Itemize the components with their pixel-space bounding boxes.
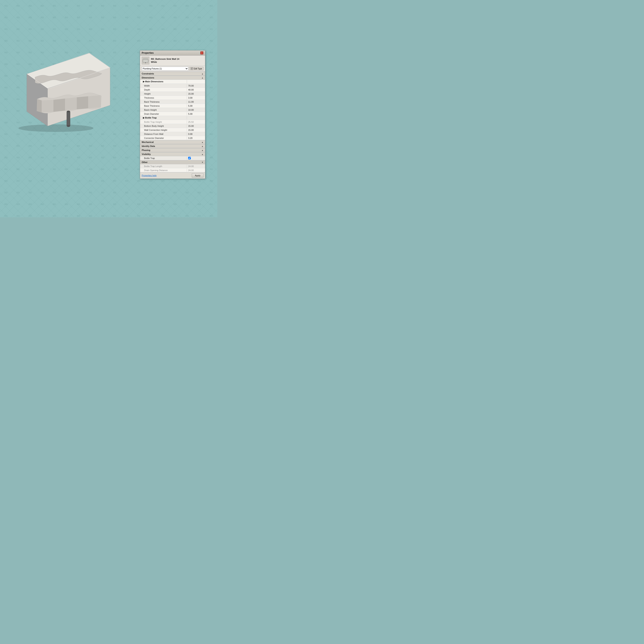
watermark-cell: RD bbox=[109, 152, 121, 163]
watermark-cell: RD bbox=[205, 140, 217, 152]
watermark-cell: RD bbox=[36, 0, 48, 12]
watermark-cell: RD bbox=[85, 175, 97, 187]
element-info: RD_Bathroom Sink Wall 14 White bbox=[151, 58, 179, 64]
svg-rect-5 bbox=[143, 60, 148, 62]
watermark-cell: RD bbox=[205, 12, 217, 23]
bottle-trap-subheader[interactable]: ▶ Bottle Trap bbox=[140, 116, 205, 120]
watermark-cell: RD bbox=[85, 0, 97, 12]
back-thickness-value[interactable]: 11.00 bbox=[187, 100, 205, 103]
bottle-trap-height-value[interactable]: 25.50 bbox=[187, 120, 205, 124]
watermark-cell: RD bbox=[157, 0, 169, 12]
watermark-cell: RD bbox=[97, 198, 109, 210]
width-label: Width bbox=[140, 84, 187, 87]
watermark-cell: RD bbox=[48, 140, 60, 152]
drain-opening-distance-value[interactable]: 24.00 bbox=[187, 169, 205, 172]
sink-svg bbox=[10, 40, 127, 137]
height-value[interactable]: 15.00 bbox=[187, 92, 205, 95]
section-other[interactable]: Other ▼ bbox=[140, 160, 205, 164]
watermark-cell: RD bbox=[121, 198, 133, 210]
section-dimensions[interactable]: Dimensions ▲ bbox=[140, 76, 205, 80]
basin-height-value[interactable]: 10.00 bbox=[187, 108, 205, 111]
watermark-cell: RD bbox=[205, 152, 217, 163]
watermark-cell: RD bbox=[48, 175, 60, 187]
edit-type-label: Edit Type bbox=[194, 68, 202, 70]
watermark-cell: RD bbox=[205, 128, 217, 140]
properties-help-link[interactable]: Properties help bbox=[142, 174, 157, 177]
prop-row-wall-connection-height: Wall Connection Height 15.00 bbox=[140, 128, 205, 132]
watermark-cell: RD bbox=[0, 187, 12, 198]
watermark-cell: RD bbox=[145, 187, 157, 198]
bottle-trap-length-value[interactable]: 24.00 bbox=[187, 165, 205, 168]
section-visibility[interactable]: Visibility ▲ bbox=[140, 152, 205, 156]
watermark-cell: RD bbox=[60, 210, 72, 217]
watermark-cell: RD bbox=[24, 163, 36, 175]
watermark-cell: RD bbox=[109, 198, 121, 210]
watermark-cell: RD bbox=[48, 198, 60, 210]
watermark-cell: RD bbox=[0, 12, 12, 23]
watermark-cell: RD bbox=[133, 198, 145, 210]
connector-diameter-value[interactable]: 3.20 bbox=[187, 136, 205, 140]
prop-row-width: Width 70.00 bbox=[140, 84, 205, 88]
section-constraints[interactable]: Constraints ▲ bbox=[140, 72, 205, 76]
prop-row-thickness: Thickness 3.00 bbox=[140, 96, 205, 100]
watermark-cell: RD bbox=[205, 82, 217, 93]
watermark-cell: RD bbox=[36, 187, 48, 198]
watermark-cell: RD bbox=[109, 23, 121, 35]
width-value[interactable]: 70.00 bbox=[187, 84, 205, 87]
depth-value[interactable]: 40.00 bbox=[187, 88, 205, 91]
watermark-cell: RD bbox=[205, 23, 217, 35]
watermark-cell: RD bbox=[205, 117, 217, 128]
watermark-cell: RD bbox=[157, 35, 169, 47]
watermark-cell: RD bbox=[48, 163, 60, 175]
close-button[interactable]: × bbox=[200, 51, 203, 55]
section-identity-data[interactable]: Identity Data ▲ bbox=[140, 144, 205, 148]
watermark-cell: RD bbox=[157, 210, 169, 217]
constraints-collapse-icon: ▲ bbox=[201, 73, 203, 75]
prop-row-basin-height: Basin Height 10.00 bbox=[140, 108, 205, 112]
watermark-cell: RD bbox=[121, 12, 133, 23]
thickness-value[interactable]: 3.00 bbox=[187, 96, 205, 99]
apply-button[interactable]: Apply bbox=[192, 173, 203, 178]
watermark-cell: RD bbox=[121, 0, 133, 12]
watermark-cell: RD bbox=[121, 187, 133, 198]
watermark-cell: RD bbox=[205, 187, 217, 198]
watermark-cell: RD bbox=[97, 23, 109, 35]
watermark-cell: RD bbox=[12, 163, 24, 175]
edit-type-button[interactable]: Edit Type bbox=[189, 67, 203, 70]
base-thickness-value[interactable]: 5.00 bbox=[187, 104, 205, 107]
watermark-cell: RD bbox=[24, 152, 36, 163]
section-phasing[interactable]: Phasing ▲ bbox=[140, 148, 205, 152]
watermark-cell: RD bbox=[24, 12, 36, 23]
watermark-cell: RD bbox=[121, 163, 133, 175]
watermark-cell: RD bbox=[109, 210, 121, 217]
drain-diameter-value[interactable]: 5.00 bbox=[187, 112, 205, 116]
watermark-cell: RD bbox=[72, 0, 85, 12]
main-dimensions-subheader[interactable]: ▶ Main Dimensions bbox=[140, 80, 205, 84]
watermark-cell: RD bbox=[205, 58, 217, 70]
identity-collapse-icon: ▲ bbox=[201, 145, 203, 147]
wall-connection-height-value[interactable]: 15.00 bbox=[187, 128, 205, 132]
bottom-body-height-value[interactable]: 15.00 bbox=[187, 124, 205, 128]
watermark-cell: RD bbox=[97, 187, 109, 198]
watermark-cell: RD bbox=[85, 23, 97, 35]
height-label: Height bbox=[140, 92, 187, 95]
watermark-cell: RD bbox=[24, 198, 36, 210]
watermark-cell: RD bbox=[60, 187, 72, 198]
depth-label: Depth bbox=[140, 88, 187, 91]
watermark-cell: RD bbox=[97, 140, 109, 152]
section-mechanical[interactable]: Mechanical ▲ bbox=[140, 140, 205, 144]
watermark-cell: RD bbox=[0, 0, 12, 12]
dimensions-collapse-icon: ▲ bbox=[201, 77, 203, 79]
bottle-trap-checkbox[interactable] bbox=[188, 157, 191, 159]
category-select[interactable]: Plumbing Fixtures (1) bbox=[142, 67, 188, 71]
watermark-cell: RD bbox=[36, 152, 48, 163]
basin-height-label: Basin Height bbox=[140, 108, 187, 111]
distance-from-wall-value[interactable]: 0.00 bbox=[187, 132, 205, 136]
prop-row-base-thickness: Base Thickness 5.00 bbox=[140, 104, 205, 108]
watermark-cell: RD bbox=[169, 12, 181, 23]
bottle-trap-checkbox-cell[interactable] bbox=[187, 156, 205, 160]
panel-content[interactable]: Constraints ▲ Dimensions ▲ ▶ Main Dimens… bbox=[140, 72, 205, 172]
watermark-cell: RD bbox=[60, 152, 72, 163]
drain-diameter-label: Drain Diameter bbox=[140, 112, 187, 116]
connector-diameter-label: Connector Diameter bbox=[140, 136, 187, 140]
